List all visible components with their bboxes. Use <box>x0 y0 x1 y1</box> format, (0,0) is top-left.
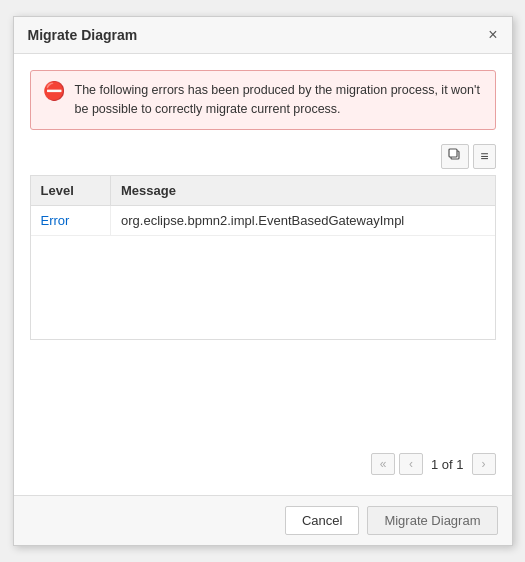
next-page-button[interactable]: › <box>472 453 496 475</box>
col-message: Message <box>111 176 495 206</box>
copy-button[interactable] <box>441 144 469 169</box>
list-view-button[interactable]: ≡ <box>473 144 495 169</box>
table-toolbar: ≡ <box>30 144 496 169</box>
errors-table-container: Level Message Error org.eclipse.bpmn2.im… <box>30 175 496 340</box>
migrate-diagram-button[interactable]: Migrate Diagram <box>367 506 497 535</box>
cell-level: Error <box>31 205 111 235</box>
dialog-title: Migrate Diagram <box>28 27 138 43</box>
page-info: 1 of 1 <box>427 457 468 472</box>
table-header-row: Level Message <box>31 176 495 206</box>
dialog-header: Migrate Diagram × <box>14 17 512 54</box>
col-level: Level <box>31 176 111 206</box>
dialog-footer: Cancel Migrate Diagram <box>14 495 512 545</box>
first-page-button[interactable]: « <box>371 453 395 475</box>
error-message: The following errors has been produced b… <box>75 81 483 119</box>
cancel-button[interactable]: Cancel <box>285 506 359 535</box>
svg-rect-1 <box>449 149 457 157</box>
error-alert: ⛔ The following errors has been produced… <box>30 70 496 130</box>
table-row: Error org.eclipse.bpmn2.impl.EventBasedG… <box>31 205 495 235</box>
error-icon: ⛔ <box>43 81 65 103</box>
close-button[interactable]: × <box>488 27 497 43</box>
errors-table: Level Message Error org.eclipse.bpmn2.im… <box>31 176 495 236</box>
cell-message: org.eclipse.bpmn2.impl.EventBasedGateway… <box>111 205 495 235</box>
prev-page-button[interactable]: ‹ <box>399 453 423 475</box>
dialog-body: ⛔ The following errors has been produced… <box>14 54 512 495</box>
pagination-bar: « ‹ 1 of 1 › <box>30 443 496 479</box>
migrate-diagram-dialog: Migrate Diagram × ⛔ The following errors… <box>13 16 513 546</box>
